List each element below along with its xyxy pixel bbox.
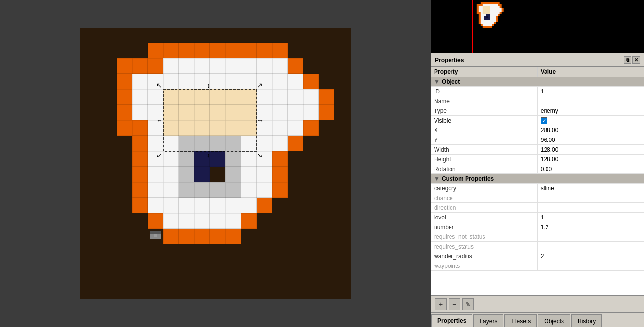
section-header-custom-properties: ▼Custom Properties <box>431 174 644 184</box>
mini-map-left-line <box>472 0 473 53</box>
mini-map <box>431 0 644 53</box>
prop-name: number <box>431 222 537 232</box>
prop-name: Name <box>431 96 537 106</box>
props-table: Property Value ▼ObjectID1NameTypeenemyVi… <box>431 67 644 271</box>
table-row[interactable]: X288.00 <box>431 125 644 135</box>
properties-panel: Properties ⧉ ✕ Property Value ▼ObjectID1… <box>431 53 644 312</box>
map-editor[interactable] <box>0 0 431 327</box>
prop-name: level <box>431 213 537 222</box>
prop-value[interactable]: 128.00 <box>537 145 644 155</box>
prop-value[interactable] <box>537 203 644 213</box>
prop-name: requires_not_status <box>431 232 537 242</box>
prop-value[interactable]: ✓ <box>537 116 644 125</box>
props-table-container[interactable]: Property Value ▼ObjectID1NameTypeenemyVi… <box>431 67 644 295</box>
table-row[interactable]: Visible✓ <box>431 116 644 125</box>
mini-map-right-line <box>612 0 612 53</box>
prop-value[interactable] <box>537 193 644 203</box>
prop-name: waypoints <box>431 261 537 271</box>
table-row[interactable]: Width128.00 <box>431 145 644 155</box>
tab-history[interactable]: History <box>571 314 602 327</box>
prop-name: category <box>431 184 537 193</box>
right-panel: Properties ⧉ ✕ Property Value ▼ObjectID1… <box>431 0 644 327</box>
prop-value[interactable]: enemy <box>537 106 644 116</box>
prop-name: Type <box>431 106 537 116</box>
tab-properties[interactable]: Properties <box>431 314 472 327</box>
visible-checkbox[interactable]: ✓ <box>541 117 547 124</box>
prop-value[interactable]: slime <box>537 184 644 193</box>
prop-value[interactable]: 288.00 <box>537 125 644 135</box>
prop-value[interactable] <box>537 232 644 242</box>
prop-name: wander_radius <box>431 251 537 261</box>
prop-name: direction <box>431 203 537 213</box>
table-row[interactable]: Typeenemy <box>431 106 644 116</box>
prop-value[interactable]: 128.00 <box>537 155 644 164</box>
remove-property-button[interactable]: − <box>449 298 460 310</box>
table-row[interactable]: ID1 <box>431 87 644 96</box>
prop-name: chance <box>431 193 537 203</box>
table-row[interactable]: wander_radius2 <box>431 251 644 261</box>
table-row[interactable]: Rotation0.00 <box>431 164 644 174</box>
map-canvas[interactable] <box>80 28 351 299</box>
table-row[interactable]: Y96.00 <box>431 135 644 145</box>
restore-icon[interactable]: ⧉ <box>624 56 631 64</box>
prop-value[interactable]: 1 <box>537 87 644 96</box>
prop-value[interactable] <box>537 96 644 106</box>
add-property-button[interactable]: + <box>435 298 447 310</box>
prop-value[interactable]: 1,2 <box>537 222 644 232</box>
close-icon[interactable]: ✕ <box>632 56 640 64</box>
prop-name: X <box>431 125 537 135</box>
prop-name: Rotation <box>431 164 537 174</box>
tab-tilesets[interactable]: Tilesets <box>504 314 537 327</box>
prop-name: requires_status <box>431 242 537 251</box>
prop-name: Width <box>431 145 537 155</box>
table-row[interactable]: categoryslime <box>431 184 644 193</box>
tile-canvas <box>80 28 351 299</box>
tab-layers[interactable]: Layers <box>473 314 503 327</box>
prop-name: Y <box>431 135 537 145</box>
properties-header: Properties ⧉ ✕ <box>431 53 644 67</box>
props-toolbar: + − ✎ <box>431 295 644 312</box>
properties-header-icons: ⧉ ✕ <box>624 56 640 64</box>
prop-value[interactable]: 96.00 <box>537 135 644 145</box>
prop-name: ID <box>431 87 537 96</box>
table-row[interactable]: waypoints <box>431 261 644 271</box>
col-header-value: Value <box>537 67 644 77</box>
section-header-object: ▼Object <box>431 77 644 87</box>
table-row[interactable]: Name <box>431 96 644 106</box>
prop-name: Height <box>431 155 537 164</box>
table-row[interactable]: requires_not_status <box>431 232 644 242</box>
table-row[interactable]: direction <box>431 203 644 213</box>
prop-value[interactable]: 1 <box>537 213 644 222</box>
props-tbody: ▼ObjectID1NameTypeenemyVisible✓X288.00Y9… <box>431 77 644 271</box>
prop-value[interactable] <box>537 261 644 271</box>
edit-property-button[interactable]: ✎ <box>462 298 474 310</box>
table-row[interactable]: number1,2 <box>431 222 644 232</box>
prop-value[interactable] <box>537 242 644 251</box>
prop-value[interactable]: 2 <box>537 251 644 261</box>
prop-name: Visible <box>431 116 537 125</box>
tab-objects[interactable]: Objects <box>538 314 570 327</box>
col-header-property: Property <box>431 67 537 77</box>
bottom-tabs: PropertiesLayersTilesetsObjectsHistory <box>431 312 644 327</box>
prop-value[interactable]: 0.00 <box>537 164 644 174</box>
table-row[interactable]: requires_status <box>431 242 644 251</box>
table-row[interactable]: Height128.00 <box>431 155 644 164</box>
table-row[interactable]: level1 <box>431 213 644 222</box>
properties-title: Properties <box>435 57 464 63</box>
table-row[interactable]: chance <box>431 193 644 203</box>
